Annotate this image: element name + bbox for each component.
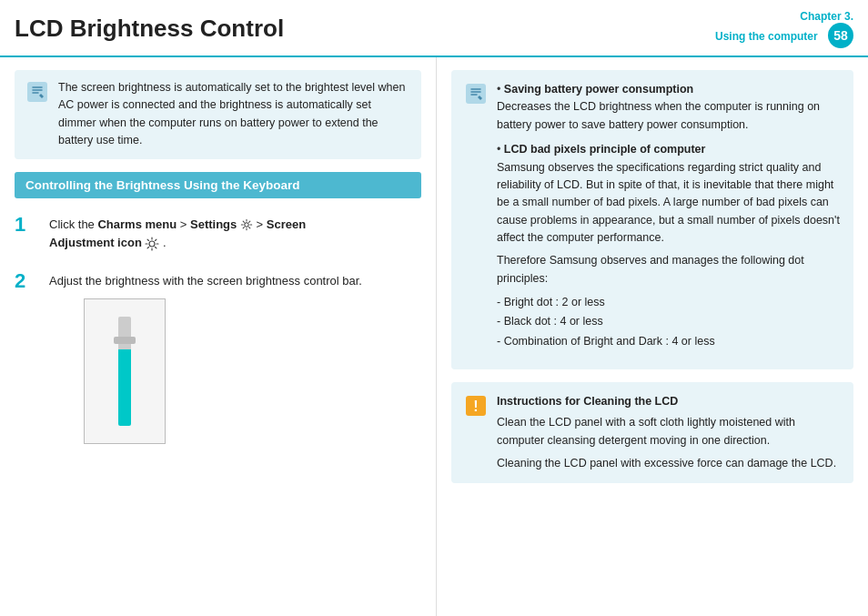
gear-icon — [240, 218, 253, 231]
svg-line-9 — [156, 239, 156, 240]
dash-item-2: - Black dot : 4 or less — [497, 312, 841, 331]
dash-item-3: - Combination of Bright and Dark : 4 or … — [497, 332, 841, 351]
bullet-item-2: • LCD bad pixels principle of computer S… — [497, 141, 841, 351]
svg-line-7 — [148, 239, 149, 240]
brightness-bar — [118, 317, 131, 426]
page-number: 58 — [828, 23, 853, 48]
page-header: LCD Brightness Control Chapter 3. Using … — [0, 0, 868, 57]
brightness-slider-image — [84, 298, 166, 444]
section-header: Controlling the Brightness Using the Key… — [15, 172, 421, 198]
step-2: 2 Adjust the brightness with the screen … — [15, 269, 421, 444]
step-2-number: 2 — [15, 269, 42, 293]
page-title: LCD Brightness Control — [15, 15, 284, 43]
dash-item-1: - Bright dot : 2 or less — [497, 293, 841, 312]
info-box-inner: • Saving battery power consumption Decre… — [464, 81, 841, 358]
right-column: • Saving battery power consumption Decre… — [437, 57, 868, 616]
bullet-item-1: • Saving battery power consumption Decre… — [497, 81, 841, 134]
svg-rect-11 — [466, 84, 486, 104]
svg-text:!: ! — [473, 399, 478, 414]
note-icon — [25, 80, 49, 104]
main-content: The screen brightness is automatically s… — [0, 57, 868, 616]
warning-box-inner: ! Instructions for Cleaning the LCD Clea… — [464, 393, 841, 473]
note-box: The screen brightness is automatically s… — [15, 70, 421, 159]
bullet-1-title: Saving battery power consumption — [504, 83, 693, 96]
svg-point-1 — [245, 223, 248, 227]
bullet-1-text: Decreases the LCD brightness when the co… — [497, 100, 820, 130]
brightness-handle — [114, 337, 136, 344]
info-content: • Saving battery power consumption Decre… — [497, 81, 841, 358]
bullet-2-para2: Therefore Samsung observes and manages t… — [497, 254, 804, 284]
left-column: The screen brightness is automatically s… — [0, 57, 437, 616]
info-box: • Saving battery power consumption Decre… — [451, 70, 853, 369]
chapter-info: Chapter 3. Using the computer 58 — [715, 9, 853, 48]
step-2-text: Adjust the brightness with the screen br… — [49, 269, 362, 444]
svg-line-10 — [148, 247, 149, 247]
dash-list: - Bright dot : 2 or less - Black dot : 4… — [497, 293, 841, 351]
warning-icon: ! — [464, 394, 488, 418]
sun-icon — [145, 234, 159, 253]
svg-point-2 — [149, 241, 155, 247]
warning-title: Instructions for Cleaning the LCD — [497, 393, 841, 410]
note-text: The screen brightness is automatically s… — [58, 79, 410, 150]
info-note-icon — [464, 82, 488, 106]
warning-content: Instructions for Cleaning the LCD Clean … — [497, 393, 841, 473]
warning-text-2: Cleaning the LCD panel with excessive fo… — [497, 455, 841, 472]
svg-rect-0 — [27, 82, 47, 102]
warning-text-1: Clean the LCD panel with a soft cloth li… — [497, 414, 841, 449]
step-1-text: Click the Charms menu > Settings > Scree… — [49, 213, 306, 254]
bullet-2-title: LCD bad pixels principle of computer — [504, 143, 706, 156]
step-1-number: 1 — [15, 213, 42, 237]
svg-line-8 — [156, 247, 156, 247]
bullet-2-text: Samsung observes the specifications rega… — [497, 161, 840, 245]
sun-brightness-icon — [145, 237, 159, 251]
warning-box: ! Instructions for Cleaning the LCD Clea… — [451, 382, 853, 484]
step-1: 1 Click the Charms menu > Settings > Scr… — [15, 213, 421, 254]
